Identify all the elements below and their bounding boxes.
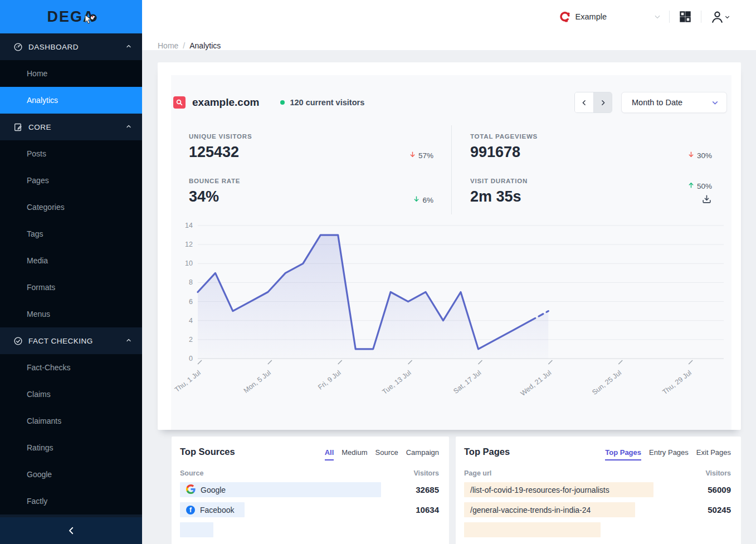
chevron-down-icon[interactable] <box>653 13 661 21</box>
org-name: Example <box>575 12 607 21</box>
stat-delta-value: 50% <box>697 182 712 190</box>
magnifier-glyph-icon <box>175 99 183 106</box>
google-icon <box>186 484 196 496</box>
page-row[interactable]: /general-vaccine-trends-in-india-2450245 <box>464 502 731 517</box>
pages-tab-top-pages[interactable]: Top Pages <box>605 448 641 460</box>
site-header-row: example.com 120 current visitors <box>171 92 731 113</box>
analytics-panel: example.com 120 current visitors <box>171 75 731 430</box>
page-content: example.com 120 current visitors <box>142 50 756 544</box>
stat-label: UNIQUE VISITORS <box>189 133 252 140</box>
download-icon <box>701 194 712 204</box>
sidebar-item-analytics[interactable]: Analytics <box>0 87 142 114</box>
sidebar-collapse-trigger[interactable] <box>0 517 142 544</box>
stat-delta-wrap: 57% <box>409 133 433 161</box>
breadcrumb-home-link[interactable]: Home <box>158 41 178 50</box>
analytics-card: example.com 120 current visitors <box>158 62 741 430</box>
sidebar-item-pages[interactable]: Pages <box>0 167 142 194</box>
svg-text:Sat, 17 Jul: Sat, 17 Jul <box>452 369 482 395</box>
chevron-right-icon <box>599 99 607 106</box>
stat-delta: 30% <box>687 151 712 160</box>
download-button[interactable] <box>701 194 712 204</box>
stat-value: 34% <box>189 188 240 205</box>
page-row[interactable]: /list-of-covid-19-resources-for-journali… <box>464 482 731 497</box>
sidebar-item-claims[interactable]: Claims <box>0 381 142 408</box>
breadcrumb: Home / Analytics <box>142 33 756 50</box>
date-range-select[interactable]: Month to Date <box>621 92 727 113</box>
live-dot-icon <box>280 100 285 105</box>
stat-value: 991678 <box>470 144 538 161</box>
site-domain: example.com <box>192 96 259 109</box>
sidebar-item-google[interactable]: Google <box>0 461 142 488</box>
bar-area: /list-of-covid-19-resources-for-journali… <box>464 482 695 497</box>
sidebar-item-home[interactable]: Home <box>0 60 142 87</box>
org-logo-icon <box>559 11 571 23</box>
row-visitors: 56009 <box>695 485 731 494</box>
stat-bounce-rate: BOUNCE RATE34%6% <box>171 170 451 214</box>
org-switcher[interactable]: Example <box>559 11 661 23</box>
column-page-url: Page url <box>464 469 491 477</box>
sidebar-submenu: Fact-ChecksClaimsClaimantsRatingsGoogleF… <box>0 354 142 514</box>
sidebar-section-dashboard[interactable]: DASHBOARD <box>0 33 142 60</box>
pages-tab-entry-pages[interactable]: Entry Pages <box>649 448 689 460</box>
page-row-partial[interactable] <box>464 522 731 537</box>
sidebar-section-core[interactable]: CORE <box>0 114 142 140</box>
top-sources-title: Top Sources <box>180 447 235 457</box>
sources-tab-all[interactable]: All <box>325 448 334 460</box>
app-grid-button[interactable] <box>677 9 693 24</box>
stat-delta-value: 30% <box>697 151 712 160</box>
sidebar-item-tags[interactable]: Tags <box>0 220 142 247</box>
sidebar-submenu: HomeAnalytics <box>0 60 142 114</box>
site-favicon <box>173 96 186 109</box>
row-label-text: Facebook <box>200 506 234 514</box>
row-label: /list-of-covid-19-resources-for-journali… <box>464 482 695 497</box>
chevron-down-icon <box>711 99 719 106</box>
sidebar-item-factly[interactable]: Factly <box>0 488 142 514</box>
sidebar-section-fact-checking[interactable]: FACT CHECKING <box>0 327 142 354</box>
row-label-text: /general-vaccine-trends-in-india-24 <box>470 506 591 514</box>
bottom-row: Top Sources AllMediumSourceCampaign Sour… <box>172 437 741 544</box>
sources-tab-source[interactable]: Source <box>375 448 398 460</box>
sources-tab-campaign[interactable]: Campaign <box>406 448 439 460</box>
breadcrumb-separator: / <box>183 41 185 50</box>
user-menu-button[interactable] <box>709 9 731 25</box>
stat-total-pageviews: TOTAL PAGEVIEWS99167830% <box>451 125 731 170</box>
svg-text:Tue, 13 Jul: Tue, 13 Jul <box>381 369 412 396</box>
sidebar-item-menus[interactable]: Menus <box>0 301 142 327</box>
mouse-cursor <box>85 14 92 24</box>
source-row[interactable]: Google32685 <box>180 482 439 497</box>
header-divider <box>701 11 701 23</box>
facebook-icon: f <box>186 506 195 514</box>
sidebar-item-categories[interactable]: Categories <box>0 194 142 220</box>
row-visitors: 10634 <box>403 505 439 514</box>
row-label <box>464 522 695 537</box>
source-row[interactable]: fFacebook10634 <box>180 502 439 517</box>
sources-tab-medium[interactable]: Medium <box>342 448 367 460</box>
svg-text:6: 6 <box>189 298 193 306</box>
sidebar-submenu: PostsPagesCategoriesTagsMediaFormatsMenu… <box>0 140 142 327</box>
header-divider <box>669 11 670 23</box>
next-period-button[interactable] <box>593 92 612 112</box>
main-area: Example Home / Analytics <box>142 0 756 544</box>
previous-period-button[interactable] <box>575 92 593 112</box>
sidebar-logo-band[interactable]: DEGA <box>0 0 142 33</box>
svg-text:Fri, 9 Jul: Fri, 9 Jul <box>316 369 342 391</box>
sidebar-item-media[interactable]: Media <box>0 247 142 274</box>
column-visitors: Visitors <box>413 469 439 477</box>
sidebar-item-posts[interactable]: Posts <box>0 140 142 167</box>
svg-text:12: 12 <box>185 241 193 248</box>
stat-delta: 6% <box>413 195 433 204</box>
sidebar-item-ratings[interactable]: Ratings <box>0 434 142 461</box>
svg-text:8: 8 <box>189 278 193 286</box>
row-label-text: /list-of-covid-19-resources-for-journali… <box>470 486 609 494</box>
sidebar-item-fact-checks[interactable]: Fact-Checks <box>0 354 142 381</box>
stat-value: 125432 <box>189 144 252 161</box>
source-row-partial[interactable] <box>180 522 439 537</box>
pages-tab-exit-pages[interactable]: Exit Pages <box>696 448 731 460</box>
sidebar-item-claimants[interactable]: Claimants <box>0 408 142 434</box>
sidebar-section-label: DASHBOARD <box>28 43 125 51</box>
chevron-left-icon <box>581 99 588 106</box>
svg-text:Mon, 5 Jul: Mon, 5 Jul <box>242 369 272 395</box>
svg-text:4: 4 <box>189 317 193 325</box>
chart-wrap: 02468101214Thu, 1 JulMon, 5 JulFri, 9 Ju… <box>171 218 731 406</box>
sidebar-item-formats[interactable]: Formats <box>0 274 142 301</box>
